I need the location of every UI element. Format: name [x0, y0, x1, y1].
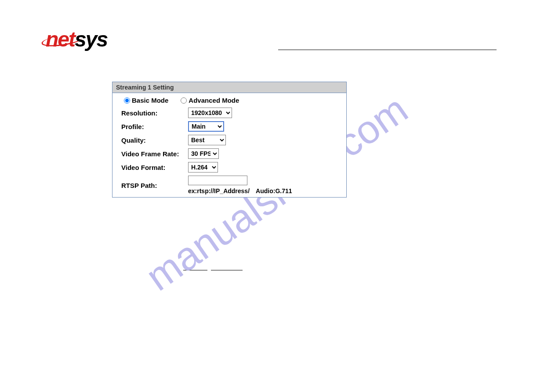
logo-part-net: net — [46, 28, 75, 51]
advanced-mode-option[interactable]: Advanced Mode — [181, 97, 239, 104]
mode-radio-group: Basic Mode Advanced Mode — [124, 97, 337, 104]
basic-mode-option[interactable]: Basic Mode — [124, 97, 168, 104]
profile-row: Profile: Main — [121, 121, 337, 132]
panel-body: Basic Mode Advanced Mode Resolution: 192… — [112, 93, 346, 197]
fps-label: Video Frame Rate: — [121, 150, 188, 158]
rtsp-hint-row: ex:rtsp://IP_Address/ Audio:G.711 — [188, 187, 292, 194]
rtsp-hint-audio: Audio:G.711 — [256, 187, 292, 194]
resolution-label: Resolution: — [121, 109, 188, 117]
format-select[interactable]: H.264 — [188, 162, 218, 173]
lower-underline — [183, 270, 243, 270]
rtsp-hint-example: ex:rtsp://IP_Address/ — [188, 187, 250, 194]
format-label: Video Format: — [121, 164, 188, 171]
fps-row: Video Frame Rate: 30 FPS — [121, 148, 337, 159]
logo-part-sys: sys — [75, 28, 107, 51]
rtsp-row: RTSP Path: ex:rtsp://IP_Address/ Audio:G… — [121, 176, 337, 194]
streaming-settings-panel: Streaming 1 Setting Basic Mode Advanced … — [112, 82, 347, 198]
fps-select[interactable]: 30 FPS — [188, 148, 219, 159]
rtsp-label: RTSP Path: — [121, 176, 188, 189]
profile-label: Profile: — [121, 123, 188, 130]
basic-mode-label: Basic Mode — [132, 97, 168, 104]
profile-select[interactable]: Main — [188, 121, 224, 132]
quality-label: Quality: — [121, 137, 188, 144]
brand-logo: netsys — [46, 27, 107, 51]
resolution-select[interactable]: 1920x1080 — [188, 108, 232, 118]
quality-select[interactable]: Best — [188, 135, 226, 145]
resolution-row: Resolution: 1920x1080 — [121, 108, 337, 118]
basic-mode-radio[interactable] — [124, 97, 130, 104]
panel-title: Streaming 1 Setting — [112, 82, 346, 93]
header-divider — [278, 50, 497, 50]
rtsp-right-column: ex:rtsp://IP_Address/ Audio:G.711 — [188, 176, 292, 194]
rtsp-input[interactable] — [188, 176, 247, 185]
format-row: Video Format: H.264 — [121, 162, 337, 173]
advanced-mode-label: Advanced Mode — [189, 97, 239, 104]
advanced-mode-radio[interactable] — [181, 97, 187, 104]
quality-row: Quality: Best — [121, 135, 337, 145]
